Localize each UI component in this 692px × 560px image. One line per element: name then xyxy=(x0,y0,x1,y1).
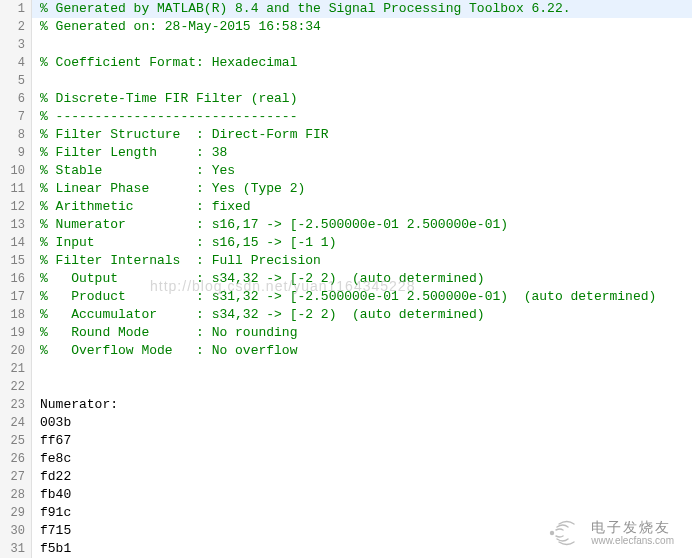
line-number: 18 xyxy=(0,306,32,324)
code-line[interactable]: 7% ------------------------------- xyxy=(0,108,692,126)
line-content[interactable]: % Filter Internals : Full Precision xyxy=(32,252,692,270)
line-content[interactable]: % Linear Phase : Yes (Type 2) xyxy=(32,180,692,198)
line-number: 2 xyxy=(0,18,32,36)
line-content[interactable]: Numerator: xyxy=(32,396,692,414)
line-content[interactable] xyxy=(32,72,692,90)
line-content[interactable]: fb40 xyxy=(32,486,692,504)
line-content[interactable]: % Product : s31,32 -> [-2.500000e-01 2.5… xyxy=(32,288,692,306)
line-number: 17 xyxy=(0,288,32,306)
line-content[interactable]: % Numerator : s16,17 -> [-2.500000e-01 2… xyxy=(32,216,692,234)
code-editor[interactable]: 1% Generated by MATLAB(R) 8.4 and the Si… xyxy=(0,0,692,558)
line-content[interactable]: f715 xyxy=(32,522,692,540)
line-number: 4 xyxy=(0,54,32,72)
code-line[interactable]: 30f715 xyxy=(0,522,692,540)
code-line[interactable]: 5 xyxy=(0,72,692,90)
line-content[interactable]: % Output : s34,32 -> [-2 2) (auto determ… xyxy=(32,270,692,288)
code-line[interactable]: 19% Round Mode : No rounding xyxy=(0,324,692,342)
line-number: 12 xyxy=(0,198,32,216)
code-line[interactable]: 29f91c xyxy=(0,504,692,522)
line-content[interactable]: % Input : s16,15 -> [-1 1) xyxy=(32,234,692,252)
line-number: 10 xyxy=(0,162,32,180)
line-content[interactable]: % Arithmetic : fixed xyxy=(32,198,692,216)
line-number: 19 xyxy=(0,324,32,342)
line-content[interactable]: % Filter Structure : Direct-Form FIR xyxy=(32,126,692,144)
line-number: 20 xyxy=(0,342,32,360)
code-line[interactable]: 11% Linear Phase : Yes (Type 2) xyxy=(0,180,692,198)
code-line[interactable]: 10% Stable : Yes xyxy=(0,162,692,180)
code-line[interactable]: 14% Input : s16,15 -> [-1 1) xyxy=(0,234,692,252)
line-number: 24 xyxy=(0,414,32,432)
line-content[interactable] xyxy=(32,378,692,396)
line-number: 16 xyxy=(0,270,32,288)
line-content[interactable]: % Overflow Mode : No overflow xyxy=(32,342,692,360)
line-number: 28 xyxy=(0,486,32,504)
line-number: 27 xyxy=(0,468,32,486)
line-number: 23 xyxy=(0,396,32,414)
line-number: 3 xyxy=(0,36,32,54)
line-number: 7 xyxy=(0,108,32,126)
code-line[interactable]: 27fd22 xyxy=(0,468,692,486)
line-content[interactable] xyxy=(32,36,692,54)
code-line[interactable]: 16% Output : s34,32 -> [-2 2) (auto dete… xyxy=(0,270,692,288)
code-line[interactable]: 21 xyxy=(0,360,692,378)
line-number: 22 xyxy=(0,378,32,396)
line-number: 1 xyxy=(0,0,32,18)
line-number: 9 xyxy=(0,144,32,162)
line-content[interactable]: % Stable : Yes xyxy=(32,162,692,180)
line-content[interactable]: fd22 xyxy=(32,468,692,486)
line-content[interactable]: % Generated on: 28-May-2015 16:58:34 xyxy=(32,18,692,36)
line-content[interactable]: 003b xyxy=(32,414,692,432)
code-line[interactable]: 25ff67 xyxy=(0,432,692,450)
line-number: 11 xyxy=(0,180,32,198)
code-line[interactable]: 12% Arithmetic : fixed xyxy=(0,198,692,216)
line-number: 5 xyxy=(0,72,32,90)
line-number: 14 xyxy=(0,234,32,252)
code-line[interactable]: 6% Discrete-Time FIR Filter (real) xyxy=(0,90,692,108)
code-line[interactable]: 31f5b1 xyxy=(0,540,692,558)
line-content[interactable]: ff67 xyxy=(32,432,692,450)
line-number: 6 xyxy=(0,90,32,108)
line-content[interactable]: % Generated by MATLAB(R) 8.4 and the Sig… xyxy=(32,0,692,18)
line-number: 31 xyxy=(0,540,32,558)
line-content[interactable]: % Filter Length : 38 xyxy=(32,144,692,162)
code-line[interactable]: 3 xyxy=(0,36,692,54)
line-content[interactable]: f91c xyxy=(32,504,692,522)
line-content[interactable]: % Accumulator : s34,32 -> [-2 2) (auto d… xyxy=(32,306,692,324)
line-content[interactable] xyxy=(32,360,692,378)
code-line[interactable]: 26fe8c xyxy=(0,450,692,468)
code-line[interactable]: 4% Coefficient Format: Hexadecimal xyxy=(0,54,692,72)
code-line[interactable]: 23Numerator: xyxy=(0,396,692,414)
code-line[interactable]: 9% Filter Length : 38 xyxy=(0,144,692,162)
line-number: 13 xyxy=(0,216,32,234)
code-line[interactable]: 24003b xyxy=(0,414,692,432)
code-line[interactable]: 1% Generated by MATLAB(R) 8.4 and the Si… xyxy=(0,0,692,18)
line-number: 30 xyxy=(0,522,32,540)
code-line[interactable]: 22 xyxy=(0,378,692,396)
code-line[interactable]: 17% Product : s31,32 -> [-2.500000e-01 2… xyxy=(0,288,692,306)
line-content[interactable]: % Discrete-Time FIR Filter (real) xyxy=(32,90,692,108)
code-line[interactable]: 20% Overflow Mode : No overflow xyxy=(0,342,692,360)
line-number: 29 xyxy=(0,504,32,522)
code-line[interactable]: 18% Accumulator : s34,32 -> [-2 2) (auto… xyxy=(0,306,692,324)
line-content[interactable]: f5b1 xyxy=(32,540,692,558)
code-line[interactable]: 2% Generated on: 28-May-2015 16:58:34 xyxy=(0,18,692,36)
code-line[interactable]: 28fb40 xyxy=(0,486,692,504)
line-content[interactable]: % ------------------------------- xyxy=(32,108,692,126)
line-content[interactable]: fe8c xyxy=(32,450,692,468)
line-content[interactable]: % Round Mode : No rounding xyxy=(32,324,692,342)
line-number: 21 xyxy=(0,360,32,378)
line-number: 15 xyxy=(0,252,32,270)
code-line[interactable]: 13% Numerator : s16,17 -> [-2.500000e-01… xyxy=(0,216,692,234)
line-number: 8 xyxy=(0,126,32,144)
line-content[interactable]: % Coefficient Format: Hexadecimal xyxy=(32,54,692,72)
code-line[interactable]: 8% Filter Structure : Direct-Form FIR xyxy=(0,126,692,144)
line-number: 26 xyxy=(0,450,32,468)
line-number: 25 xyxy=(0,432,32,450)
code-line[interactable]: 15% Filter Internals : Full Precision xyxy=(0,252,692,270)
